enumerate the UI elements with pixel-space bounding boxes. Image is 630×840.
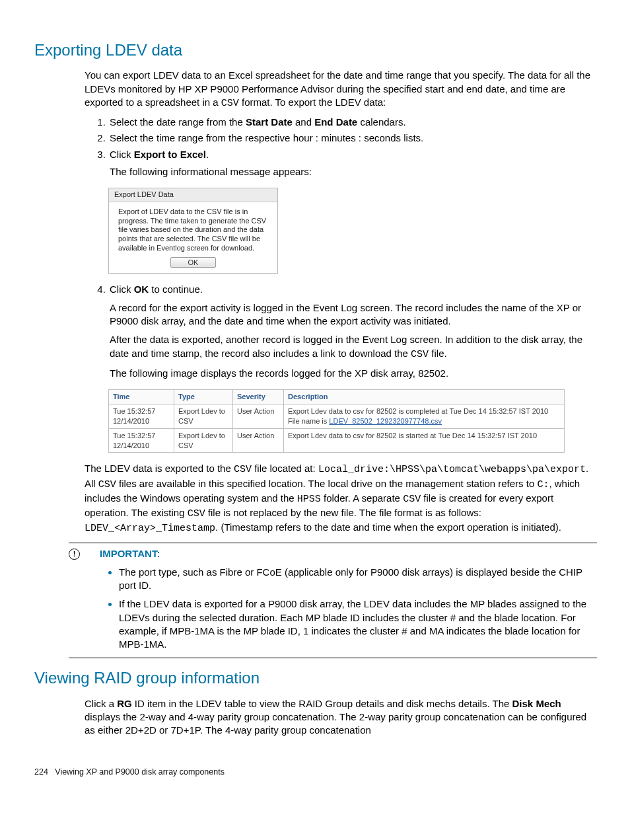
text: file located at: [252,463,318,474]
important-note: ! IMPORTANT: [69,547,596,560]
cell-severity: User Action [233,404,284,428]
text: After the data is exported, another reco… [110,334,582,358]
start-date-label: Start Date [246,116,293,128]
drive-text: C: [537,479,549,490]
cell-time: Tue 15:32:57 12/14/2010 [109,404,174,428]
cell-description: Export Ldev data to csv for 82502 is com… [284,404,565,428]
text: calendars. [357,116,405,128]
raid-paragraph: Click a RG ID item in the LDEV table to … [85,697,596,738]
steps-list: Select the date range from the Start Dat… [85,116,596,178]
text: ID item in the LDEV table to view the RA… [132,698,512,709]
csv-format: CSV [221,98,239,109]
csv-text: CSV [403,494,421,505]
list-item: If the LDEV data is exported for a P9000… [119,597,596,651]
csv-text: CSV [411,349,429,360]
text: and [293,116,314,128]
col-type: Type [174,390,233,404]
step-4-p3: The following image displays the records… [110,367,596,380]
cell-severity: User Action [233,428,284,453]
csv-download-link[interactable]: LDEV_82502_1292320977748.csv [329,417,442,425]
footer-title: Viewing XP and P9000 disk array componen… [55,767,225,777]
dialog-body: Export of LDEV data to the CSV file is i… [109,202,277,257]
list-item: The port type, such as Fibre or FCoE (ap… [119,566,596,593]
important-label: IMPORTANT: [100,547,160,560]
eventlog-table: Time Type Severity Description Tue 15:32… [108,389,565,453]
ok-label: OK [134,284,149,295]
csv-text: CSV [234,464,252,475]
divider [69,543,597,543]
text: Click [110,149,134,160]
step-3-follow: The following informational message appe… [110,165,596,178]
text: Select the date range from the [110,116,246,128]
disk-mech-label: Disk Mech [512,698,561,709]
steps-list-cont: Click OK to continue. A record for the e… [85,283,596,381]
cell-type: Export Ldev to CSV [174,428,233,453]
table-header-row: Time Type Severity Description [109,390,565,404]
table-row: Tue 15:32:57 12/14/2010 Export Ldev to C… [109,404,565,428]
step-4: Click OK to continue. A record for the e… [108,283,596,381]
csv-text: CSV [188,508,205,519]
hpss-text: HPSS [297,494,321,505]
step-1: Select the date range from the Start Dat… [108,116,596,129]
text: . [206,149,209,160]
important-list: The port type, such as Fibre or FCoE (ap… [106,566,596,652]
text: file. [429,348,447,359]
text: folder. A separate [321,492,403,504]
export-to-excel-label: Export to Excel [134,149,206,160]
table-row: Tue 15:32:57 12/14/2010 Export Ldev to C… [109,428,565,453]
cell-description: Export Ldev data to csv for 82502 is sta… [284,428,565,453]
text: format. To export the LDEV data: [239,96,386,108]
col-time: Time [109,390,174,404]
dialog-title: Export LDEV Data [109,188,277,202]
path-text: Local_drive:\HPSS\pa\tomcat\webapps\pa\e… [318,464,586,475]
export-ldev-dialog: Export LDEV Data Export of LDEV data to … [108,188,278,274]
file-format-text: LDEV_<Array>_Timestamp [85,523,215,534]
step-4-p1: A record for the export activity is logg… [110,301,596,328]
text: displays the 2-way and 4-way parity grou… [85,711,586,736]
csv-text: CSV [98,479,116,490]
text: . (Timestamp refers to the date and time… [215,521,561,533]
heading-viewing-raid: Viewing RAID group information [34,668,596,689]
end-date-label: End Date [314,116,357,128]
col-description: Description [284,390,565,404]
text: to continue. [149,284,203,295]
step-2: Select the time range from the respectiv… [108,132,596,145]
cell-time: Tue 15:32:57 12/14/2010 [109,428,174,453]
text: The LDEV data is exported to the [85,463,234,474]
important-icon: ! [69,549,80,560]
page-number: 224 [34,767,48,777]
cell-type: Export Ldev to CSV [174,404,233,428]
ok-button[interactable]: OK [170,257,217,268]
intro-paragraph: You can export LDEV data to an Excel spr… [85,69,596,110]
divider [69,658,597,658]
col-severity: Severity [233,390,284,404]
heading-exporting-ldev: Exporting LDEV data [34,40,596,61]
step-4-p2: After the data is exported, another reco… [110,333,596,362]
export-location-paragraph: The LDEV data is exported to the CSV fil… [85,462,596,535]
page-footer: 224 Viewing XP and P9000 disk array comp… [34,767,596,778]
rg-label: RG [117,698,132,709]
step-3: Click Export to Excel. The following inf… [108,148,596,179]
text: files are available in this specified lo… [116,478,538,489]
text: file is not replaced by the new file. Th… [205,507,481,518]
text: Click [110,284,134,295]
text: Click a [85,698,117,709]
